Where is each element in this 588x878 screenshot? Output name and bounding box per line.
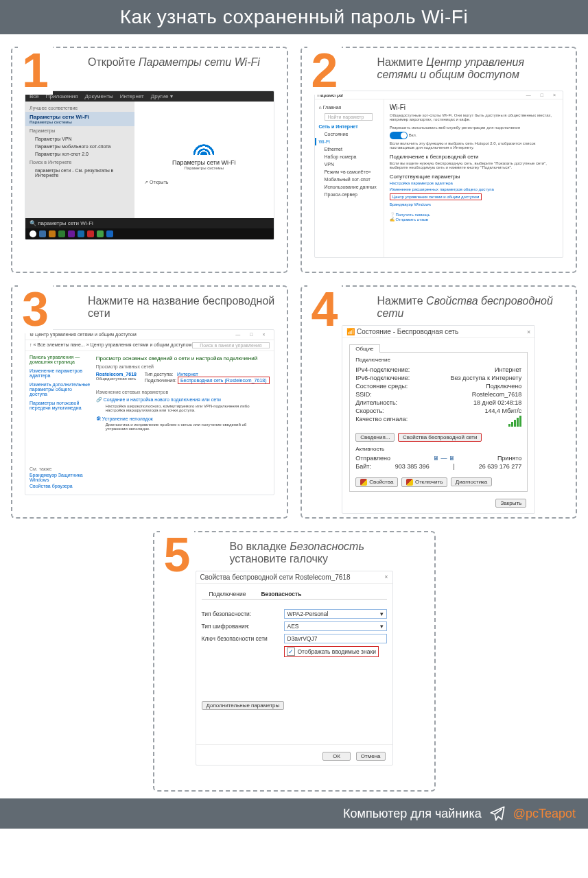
cp-search[interactable]: Поиск в панели управления: [192, 342, 269, 348]
search-results-left: Лучшее соответствие Параметры сети Wi-Fi…: [25, 102, 134, 218]
side-hotspot[interactable]: Мобильный хот-спот: [318, 176, 381, 183]
kv-v: 18 дней 02:48:18: [473, 399, 521, 406]
wifi-note: Если включить эту функцию и выбрать сеть…: [390, 141, 557, 150]
tab-docs[interactable]: Документы: [85, 93, 113, 99]
item-hotspot[interactable]: Параметры мобильного хот-спота: [25, 143, 134, 150]
toggle-on[interactable]: [390, 132, 408, 139]
kv-l: Длительность:: [355, 399, 397, 406]
kv-l: SSID:: [355, 391, 372, 398]
new-conn-link[interactable]: 🔗 Создание и настройка нового подключени…: [96, 397, 270, 403]
sec-type-combo[interactable]: WPA2-Personal▾: [284, 609, 387, 619]
diag-btn[interactable]: Диагностика: [451, 477, 492, 486]
item-hotspot20[interactable]: Параметры хот-спот 2.0: [25, 150, 134, 158]
side-adapter[interactable]: Изменение параметров адаптера: [30, 368, 91, 379]
link-adapter[interactable]: Настройка параметров адаптера: [390, 181, 557, 185]
cat-params: Параметры: [25, 126, 134, 135]
side-dial[interactable]: Набор номера: [318, 153, 381, 161]
side-ethernet[interactable]: Ethernet: [318, 145, 381, 153]
item-vpn[interactable]: Параметры VPN: [25, 135, 134, 143]
start-icon[interactable]: [30, 230, 36, 237]
link-network-center[interactable]: Центр управления сетями и общим доступом: [390, 193, 482, 200]
cat-websearch: Поиск в Интернете: [25, 158, 134, 167]
caption-em: Безопасность: [290, 541, 364, 552]
best-match-item[interactable]: Параметры сети Wi-Fi Параметры системы: [25, 112, 134, 126]
step-5: 5 Во вкладке Безопасность установите гал…: [153, 531, 436, 792]
props-label: Свойства: [369, 479, 393, 485]
caption-post: установите галочку: [230, 553, 329, 565]
side-wifi[interactable]: Wi-Fi: [315, 138, 381, 145]
wifi-heading: Wi-Fi: [390, 104, 557, 111]
sec-type-label: Тип безопасности:: [202, 610, 284, 617]
side-status[interactable]: Состояние: [318, 130, 381, 138]
side-data[interactable]: Использование данных: [318, 183, 381, 191]
taskbar-icon[interactable]: [97, 230, 104, 237]
see-firewall[interactable]: Брандмауэр Защитника Windows: [30, 472, 91, 483]
taskbar-icon[interactable]: [78, 230, 84, 237]
taskbar-icon[interactable]: [58, 230, 65, 237]
tab-web[interactable]: Интернет: [120, 93, 144, 99]
taskbar-icon[interactable]: [68, 230, 75, 237]
step-2-caption: Нажмите Центр управления сетями и общим …: [377, 56, 565, 81]
cancel-button[interactable]: Отмена: [356, 752, 386, 761]
title-text: Состояние - Беспроводная сеть: [357, 328, 458, 335]
window-controls[interactable]: — □ ×: [526, 93, 560, 97]
key-input[interactable]: D3avrVQJ7: [284, 634, 387, 643]
link-feedback[interactable]: ✍ Отправить отзыв: [390, 217, 557, 222]
key-row: Ключ безопасности сети D3avrVQJ7: [202, 634, 387, 643]
side-proxy[interactable]: Прокси-сервер: [318, 191, 381, 198]
link-firewall[interactable]: Брандмауэр Windows: [390, 202, 557, 206]
show-chars-checkbox[interactable]: ✓: [287, 648, 295, 656]
window-controls[interactable]: — □ ×: [235, 332, 269, 337]
shield-icon: [406, 479, 413, 486]
taskbar-icon[interactable]: [87, 230, 94, 237]
side-home[interactable]: Главная: [323, 105, 342, 110]
see-browser[interactable]: Свойства браузера: [30, 483, 91, 489]
side-sharing[interactable]: Изменить дополнительные параметры общего…: [30, 381, 91, 397]
fix-desc: Диагностика и исправление проблем с сеть…: [106, 423, 270, 431]
tab-other[interactable]: Другие ▾: [151, 93, 173, 99]
tab-connection[interactable]: Подключение: [202, 589, 254, 600]
connection-link[interactable]: Беспроводная сеть (Rostelecom_7618): [178, 377, 270, 384]
side-vpn[interactable]: VPN: [318, 161, 381, 168]
conn-heading: Подключение к беспроводной сети: [390, 154, 557, 160]
wifi-desc: Общедоступные хот-споты Wi-Fi. Они могут…: [390, 113, 557, 121]
advanced-button[interactable]: Дополнительные параметры: [202, 701, 285, 710]
details-button[interactable]: Сведения...: [355, 433, 395, 442]
search-box[interactable]: 🔍 параметры сети Wi-Fi: [25, 218, 274, 228]
tab-security[interactable]: Безопасность: [253, 589, 309, 600]
disable-label: Отключить: [415, 479, 443, 485]
show-chars-row: ✓Отображать вводимые знаки: [284, 646, 379, 657]
ok-button[interactable]: ОК: [322, 752, 351, 761]
kv-l: Состояние среды:: [355, 383, 408, 390]
fix-link[interactable]: 🛠 Устранение неполадок: [96, 416, 270, 421]
side-airplane[interactable]: Режим «в самолёте»: [318, 168, 381, 176]
breadcrumb[interactable]: ↑ « Все элементы пане... » Центр управле…: [30, 342, 191, 348]
step-3: 3 Нажмите на название беспроводной сети …: [11, 285, 288, 519]
sec-type-value: WPA2-Personal: [287, 610, 329, 617]
close-icon[interactable]: ×: [527, 329, 530, 335]
taskbar-icon[interactable]: [106, 230, 113, 237]
open-link[interactable]: ↗ Открыть: [144, 180, 168, 185]
close-button[interactable]: Закрыть: [495, 499, 526, 508]
active-nets-label: Просмотр активных сетей: [96, 364, 270, 369]
step-1-num: 1: [18, 47, 53, 95]
side-media[interactable]: Параметры потоковой передачи мультимедиа: [30, 400, 91, 411]
signal-label: Качество сигнала:: [355, 416, 408, 427]
disable-btn[interactable]: Отключить: [401, 477, 447, 487]
step-4-num: 4: [307, 285, 342, 333]
tab-general[interactable]: Общие: [349, 344, 379, 353]
footer-handle[interactable]: @pcTeapot: [513, 807, 576, 821]
props-btn[interactable]: Свойства: [355, 477, 398, 487]
taskbar-icon[interactable]: [39, 230, 46, 237]
taskbar-icon[interactable]: [49, 230, 56, 237]
websearch-item[interactable]: параметры сети - См. результаты в Интерн…: [25, 167, 134, 179]
kv-l: IPv6-подключение:: [355, 375, 410, 381]
link-help[interactable]: ❔ Получить помощь: [390, 212, 557, 217]
chevron-down-icon: ▾: [380, 610, 384, 617]
link-sharing[interactable]: Изменение расширенных параметров общего …: [390, 187, 557, 191]
enc-combo[interactable]: AES▾: [284, 621, 387, 631]
props-button[interactable]: Свойства беспроводной сети: [398, 433, 482, 442]
caption-text: Нажмите: [377, 56, 427, 68]
close-icon[interactable]: ×: [384, 573, 388, 581]
settings-search[interactable]: Найти параметр: [325, 113, 373, 121]
